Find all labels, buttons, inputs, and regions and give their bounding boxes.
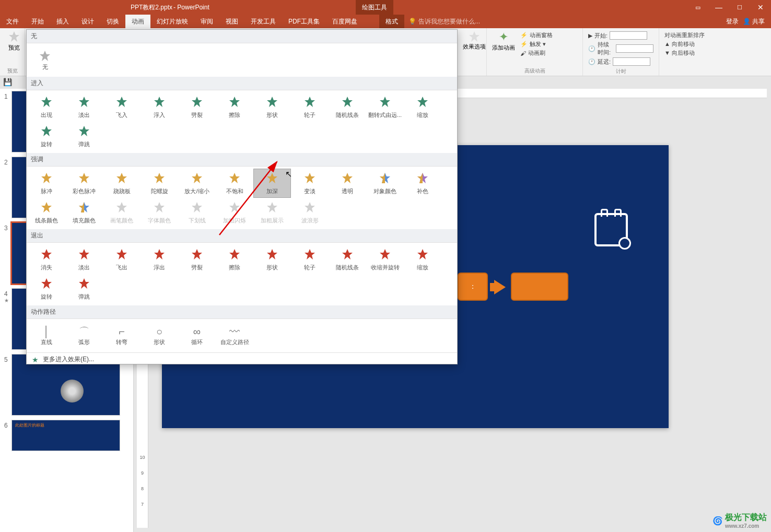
yellow-star-icon: [228, 201, 241, 216]
anim-entrance-item[interactable]: 劈裂: [178, 92, 216, 122]
yellow-star-icon: [416, 172, 429, 186]
tab-developer[interactable]: 开发工具: [244, 15, 282, 28]
duration-input[interactable]: [616, 44, 653, 53]
tab-insert[interactable]: 插入: [50, 15, 75, 28]
close-button[interactable]: ✕: [750, 0, 771, 15]
anim-emphasis-item[interactable]: 放大/缩小: [178, 169, 216, 198]
section-entrance-header: 进入: [27, 77, 457, 90]
anim-entrance-item[interactable]: 缩放: [404, 92, 441, 122]
tab-transitions[interactable]: 切换: [100, 15, 125, 28]
anim-entrance-item[interactable]: 飞入: [103, 92, 141, 122]
motion-path-icon: ∞: [193, 326, 201, 337]
anim-emphasis-item[interactable]: 彩色脉冲: [65, 169, 103, 198]
tab-format[interactable]: 格式: [379, 15, 404, 28]
orange-box-2[interactable]: [511, 273, 568, 301]
anim-emphasis-item[interactable]: 填充颜色: [65, 198, 103, 227]
anim-emphasis-item[interactable]: 变淡: [291, 169, 329, 198]
anim-entrance-item[interactable]: 淡出: [65, 92, 103, 122]
effect-options-button[interactable]: 效果选项: [462, 30, 487, 51]
login-button[interactable]: 登录: [726, 17, 739, 26]
anim-entrance-item[interactable]: 轮子: [291, 92, 329, 122]
anim-exit-item[interactable]: 浮出: [141, 245, 178, 274]
tab-pdf-tools[interactable]: PDF工具集: [282, 15, 326, 28]
star-preview-icon: [8, 30, 20, 43]
anim-entrance-item[interactable]: 形状: [253, 92, 291, 122]
tab-baidu-netdisk[interactable]: 百度网盘: [326, 15, 364, 28]
anim-exit-item[interactable]: 形状: [253, 245, 291, 274]
anim-exit-item[interactable]: 随机线条: [329, 245, 366, 274]
green-star-icon: [40, 96, 53, 110]
anim-exit-item[interactable]: 缩放: [404, 245, 441, 274]
anim-motion-item[interactable]: ⌒弧形: [65, 321, 103, 350]
move-earlier-button[interactable]: ▲ 向前移动: [664, 40, 711, 48]
red-star-icon: [153, 248, 166, 263]
delay-input[interactable]: [613, 57, 650, 66]
anim-exit-item[interactable]: 劈裂: [178, 245, 216, 274]
anim-emphasis-item[interactable]: 对象颜色: [366, 169, 404, 198]
preview-button[interactable]: 预览: [3, 30, 25, 52]
anim-emphasis-item[interactable]: 线条颜色: [28, 198, 65, 227]
anim-emphasis-item[interactable]: 脉冲: [28, 169, 65, 198]
anim-emphasis-item: 下划线: [178, 198, 216, 227]
tab-animations[interactable]: 动画: [125, 15, 150, 28]
save-icon[interactable]: 💾: [3, 78, 13, 87]
move-later-button[interactable]: ▼ 向后移动: [664, 49, 711, 57]
anim-exit-item[interactable]: 弹跳: [65, 274, 103, 303]
tab-file[interactable]: 文件: [0, 15, 25, 28]
tab-review[interactable]: 审阅: [194, 15, 219, 28]
anim-emphasis-item[interactable]: 补色: [404, 169, 441, 198]
anim-motion-item[interactable]: ○形状: [141, 321, 178, 350]
anim-emphasis-item[interactable]: 不饱和: [216, 169, 253, 198]
tab-design[interactable]: 设计: [75, 15, 100, 28]
anim-none[interactable]: 无: [28, 45, 62, 75]
anim-exit-item[interactable]: 消失: [28, 245, 65, 274]
more-entrance-effects[interactable]: ★更多进入效果(E)...: [27, 353, 457, 364]
tab-home[interactable]: 开始: [25, 15, 50, 28]
animation-painter-button[interactable]: 🖌动画刷: [520, 49, 553, 57]
anim-emphasis-item[interactable]: 透明: [329, 169, 366, 198]
orange-box-1[interactable]: ：: [458, 273, 488, 301]
tab-view[interactable]: 视图: [219, 15, 244, 28]
start-input[interactable]: [610, 31, 647, 40]
anim-motion-item[interactable]: ⌐转弯: [103, 321, 141, 350]
svg-marker-20: [192, 173, 202, 183]
minimize-button[interactable]: —: [708, 0, 729, 15]
anim-entrance-item[interactable]: 弹跳: [65, 122, 103, 151]
anim-entrance-item[interactable]: 擦除: [216, 92, 253, 122]
anim-entrance-item[interactable]: 浮入: [141, 92, 178, 122]
anim-entrance-item[interactable]: 翻转式由远...: [366, 92, 404, 122]
anim-motion-item[interactable]: 〰自定义路径: [216, 321, 253, 350]
anim-entrance-item[interactable]: 出现: [28, 92, 65, 122]
tell-me-search[interactable]: 💡 告诉我您想要做什么...: [408, 17, 480, 26]
slide-thumbnail-6[interactable]: 此处图片的标题: [11, 420, 120, 451]
maximize-button[interactable]: ☐: [729, 0, 750, 15]
anim-exit-item[interactable]: 淡出: [65, 245, 103, 274]
anim-exit-item[interactable]: 旋转: [28, 274, 65, 303]
anim-exit-item[interactable]: 擦除: [216, 245, 253, 274]
anim-exit-item[interactable]: 飞出: [103, 245, 141, 274]
add-animation-button[interactable]: ✦ 添加动画: [490, 30, 517, 58]
anim-emphasis-item[interactable]: 跷跷板: [103, 169, 141, 198]
tab-slideshow[interactable]: 幻灯片放映: [150, 15, 194, 28]
red-star-icon: [115, 248, 128, 263]
yellow-star-icon: [303, 201, 316, 216]
red-star-icon: [303, 248, 316, 263]
anim-emphasis-item[interactable]: 加深: [253, 169, 291, 198]
calendar-clock-shape[interactable]: [594, 213, 628, 246]
orange-arrow-shape[interactable]: [494, 280, 506, 294]
anim-entrance-item[interactable]: 随机线条: [329, 92, 366, 122]
trigger-button[interactable]: ⚡触发 ▾: [520, 40, 553, 48]
share-button[interactable]: 👤 共享: [743, 17, 765, 26]
anim-entrance-item[interactable]: 旋转: [28, 122, 65, 151]
yellow-star-icon: [40, 201, 53, 216]
green-star-icon: [78, 96, 90, 110]
svg-marker-23: [305, 173, 315, 183]
animation-pane-button[interactable]: ⚡动画窗格: [520, 31, 553, 39]
anim-motion-item[interactable]: ∞循环: [178, 321, 216, 350]
svg-marker-4: [79, 97, 89, 107]
anim-exit-item[interactable]: 收缩并旋转: [366, 245, 404, 274]
anim-emphasis-item[interactable]: 陀螺旋: [141, 169, 178, 198]
ribbon-display-options-icon[interactable]: ▭: [687, 0, 708, 15]
anim-exit-item[interactable]: 轮子: [291, 245, 329, 274]
anim-motion-item[interactable]: │直线: [28, 321, 65, 350]
